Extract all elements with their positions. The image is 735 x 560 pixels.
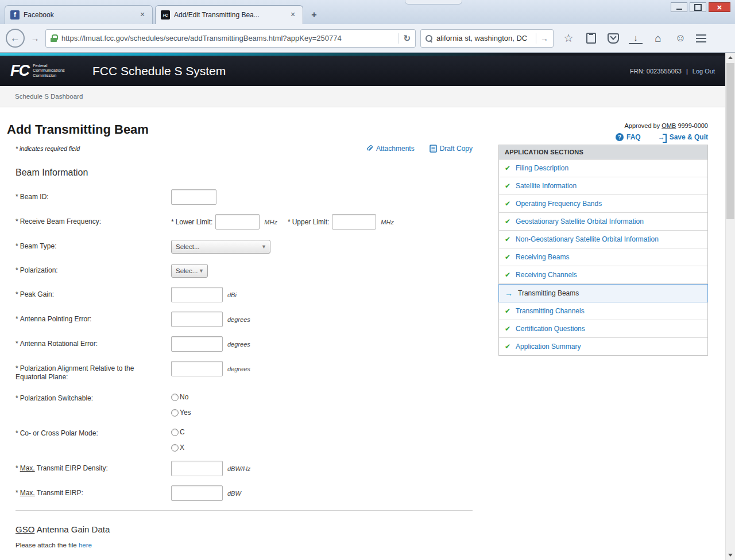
attach-file-note: Please attach the file here [16,542,473,549]
sidebar-item-label: Receiving Channels [516,271,577,279]
sidebar-item-label: Operating Frequency Bands [516,200,602,208]
polarization-alignment-input[interactable] [171,361,223,376]
form-row: *Beam Type:Select... [16,239,473,254]
sidebar-item-transmitting-channels[interactable]: Transmitting Channels [499,302,707,320]
scrollbar-thumb[interactable] [726,63,734,219]
radio-button-icon [171,394,179,401]
sidebar-item-geostationary-satellite-orbital-information[interactable]: Geostationary Satellite Orbital Informat… [499,213,707,231]
logout-link[interactable]: Log Out [693,68,715,75]
sidebar-items: Filing DescriptionSatellite InformationO… [499,160,707,355]
browser-navbar: https://lmuat.fcc.gov/schedules/secure/a… [0,24,735,53]
form-row: *Polarization Switchable:NoYes [16,391,473,417]
vertical-scrollbar[interactable] [725,53,735,560]
antenna-rotational-error-input[interactable] [171,336,223,352]
check-icon [505,343,510,351]
sidebar-item-operating-frequency-bands[interactable]: Operating Frequency Bands [499,195,707,213]
required-asterisk: * [16,290,18,298]
url-bar[interactable]: https://lmuat.fcc.gov/schedules/secure/a… [45,29,416,48]
pocket-icon[interactable] [606,32,620,45]
draft-copy-link[interactable]: Draft Copy [430,145,473,153]
faq-link[interactable]: FAQ [616,133,641,141]
required-asterisk: * [16,489,18,497]
tab-strip: Facebook Add/Edit Transmitting Bea... [5,5,323,24]
omb-abbr: OMB [662,122,676,129]
radio-button-icon [171,429,179,436]
sidebar-item-receiving-channels[interactable]: Receiving Channels [499,266,707,284]
polarization-select[interactable]: Selec... [171,264,208,278]
field-label: *Beam Type: [16,239,171,251]
field-control: degrees [171,361,250,376]
bookmark-star-icon[interactable] [562,32,575,45]
max-transmit-eirp-density-input[interactable] [171,461,223,476]
attachments-link[interactable]: Attachments [365,145,415,153]
scroll-down-button[interactable] [726,550,735,560]
scroll-up-button[interactable] [726,53,735,63]
home-icon[interactable] [651,32,665,45]
form-row: *Antenna Rotational Error:degrees [16,336,473,352]
gso-abbr: GSO [16,524,34,534]
triangle-down-icon [728,554,733,557]
co-or-cross-polar-mode-radio-c[interactable]: C [171,428,185,436]
omb-approval-note: Approved by OMB 9999-0000 [616,122,708,129]
page-content: Add Transmitting Beam Approved by OMB 99… [0,107,725,560]
polarization-switchable-radio-yes[interactable]: Yes [171,409,191,417]
minimize-button[interactable] [671,2,687,12]
form-row: *Max. Transmit EIRP:dBW [16,485,473,501]
upper-limit-group: *Upper Limit:MHz [288,214,394,230]
radio-button-icon [171,409,179,417]
field-label: *Beam ID: [16,189,171,201]
form-row: *Polarization:Selec... [16,263,473,278]
close-button[interactable] [709,2,730,12]
application-sections-header: APPLICATION SECTIONS [499,145,707,160]
menu-icon[interactable] [696,34,706,42]
max-transmit-eirp-input[interactable] [171,485,223,501]
required-field-note: * indicates required field [16,145,80,152]
bookmarks-icon[interactable] [584,32,598,45]
co-or-cross-polar-mode-radio-x[interactable]: X [171,444,185,452]
back-button[interactable] [6,29,25,48]
field-label: *Max. Transmit EIRP Density: [16,461,171,473]
select-value: Selec... [176,267,198,274]
new-tab-button[interactable] [305,7,323,22]
downloads-icon[interactable] [629,33,643,44]
sidebar-item-receiving-beams[interactable]: Receiving Beams [499,248,707,266]
triangle-up-icon [728,56,733,59]
attach-here-link[interactable]: here [79,542,92,549]
sidebar-item-certification-questions[interactable]: Certification Questions [499,320,707,338]
polarization-switchable-radio-group: NoYes [171,391,191,417]
peak-gain-input[interactable] [171,287,223,302]
tab-facebook[interactable]: Facebook [5,5,153,24]
search-go-button[interactable] [536,33,548,44]
lower-limit-input[interactable] [215,214,260,230]
maximize-button[interactable] [690,2,706,12]
browser-toolbar [562,32,706,45]
close-icon[interactable] [138,10,147,20]
form-row: *Polarization Alignment Relative to the … [16,361,473,382]
beam-type-select[interactable]: Select... [171,240,270,254]
required-asterisk: * [16,429,18,437]
reload-button[interactable] [398,33,411,44]
save-and-quit-link[interactable]: Save & Quit [658,133,708,141]
antenna-pointing-error-input[interactable] [171,312,223,327]
browser-window: Facebook Add/Edit Transmitting Bea... ht… [0,0,735,560]
sidebar-item-application-summary[interactable]: Application Summary [499,338,707,355]
field-label: *Polarization Alignment Relative to the … [16,361,171,382]
current-arrow-icon [505,289,513,298]
sidebar-item-filing-description[interactable]: Filing Description [499,160,707,177]
polarization-switchable-radio-no[interactable]: No [171,393,191,401]
breadcrumb-item[interactable]: Schedule S Dashboard [15,93,83,100]
upper-limit-input[interactable] [332,214,376,230]
required-asterisk: * [16,266,18,274]
field-control: degrees [171,336,250,352]
agency-name: Federal Communications Commission [33,64,78,79]
forward-button[interactable] [29,33,41,44]
search-input[interactable]: alifornia st, washington, DC [420,29,554,48]
field-control: degrees [171,312,250,327]
smiley-icon[interactable] [674,32,687,45]
tab-add-edit-transmitting-beams[interactable]: Add/Edit Transmitting Bea... [155,5,303,24]
beam-id-input[interactable] [171,189,216,205]
sidebar-item-satellite-information[interactable]: Satellite Information [499,177,707,195]
close-icon[interactable] [288,10,297,20]
sidebar-item-transmitting-beams[interactable]: Transmitting Beams [498,284,708,302]
sidebar-item-non-geostationary-satellite-orbital-information[interactable]: Non-Geostationary Satellite Orbital Info… [499,231,707,248]
